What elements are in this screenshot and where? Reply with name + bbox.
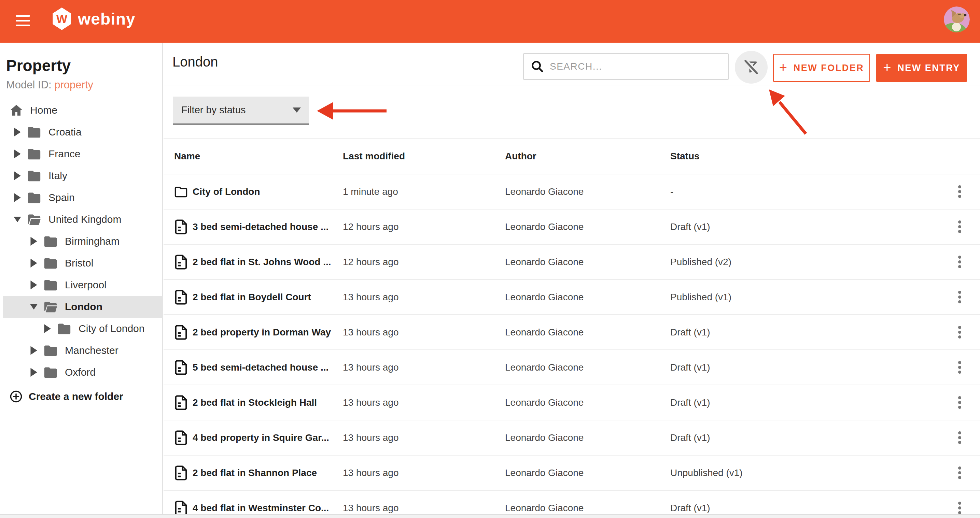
dropdown-caret-icon [293, 108, 301, 113]
content-header: London + NEW FOLDER + NEW ENTRY [164, 43, 980, 86]
sidebar-item-france[interactable]: France [0, 143, 163, 165]
sidebar-item-oxford[interactable]: Oxford [0, 361, 163, 383]
document-icon [174, 219, 188, 234]
sidebar-item-united-kingdom[interactable]: United Kingdom [0, 208, 163, 230]
cell-name: 2 bed flat in Stockleigh Hall [192, 397, 343, 408]
cell-modified: 13 hours ago [343, 397, 505, 408]
document-icon [174, 254, 188, 270]
horizontal-scrollbar-track[interactable] [0, 514, 980, 518]
folder-open-icon [27, 213, 42, 226]
create-folder-button[interactable]: Create a new folder [0, 386, 163, 407]
chevron-right-icon[interactable] [30, 237, 38, 246]
sidebar-item-spain[interactable]: Spain [0, 187, 163, 208]
table-row[interactable]: 2 bed flat in Stockleigh Hall 13 hours a… [164, 385, 980, 420]
cell-status: Draft (v1) [670, 327, 939, 338]
table-row[interactable]: 2 bed flat in Boydell Court 13 hours ago… [164, 280, 980, 315]
sidebar-item-manchester[interactable]: Manchester [0, 340, 163, 361]
new-entry-button[interactable]: + NEW ENTRY [876, 54, 967, 82]
cell-modified: 12 hours ago [343, 257, 505, 267]
row-menu-button[interactable] [955, 321, 965, 344]
sidebar-item-london[interactable]: London [3, 296, 163, 318]
model-title: Property [6, 56, 71, 75]
table-row[interactable]: 5 bed semi-detached house ... 13 hours a… [164, 350, 980, 385]
search-input[interactable] [550, 61, 721, 72]
folder-icon [43, 344, 58, 357]
chevron-down-icon[interactable] [14, 215, 21, 224]
chevron-right-icon[interactable] [14, 149, 21, 158]
menu-icon[interactable] [16, 15, 31, 28]
chevron-right-icon[interactable] [30, 346, 38, 355]
user-avatar[interactable] [944, 6, 970, 32]
cell-status: Draft (v1) [670, 432, 939, 443]
chevron-right-icon[interactable] [44, 324, 51, 333]
chevron-right-icon[interactable] [30, 368, 38, 377]
cell-modified: 1 minute ago [343, 186, 505, 197]
cell-name: 3 bed semi-detached house ... [192, 221, 343, 232]
folder-icon [43, 234, 58, 248]
chevron-down-icon[interactable] [30, 302, 38, 311]
cell-author: Leonardo Giacone [505, 292, 670, 303]
cell-modified: 13 hours ago [343, 467, 505, 478]
sidebar-item-home[interactable]: Home [0, 99, 163, 121]
chevron-right-icon[interactable] [30, 281, 38, 289]
cell-name: 4 bed property in Squire Gar... [192, 432, 343, 443]
row-menu-button[interactable] [955, 426, 965, 449]
column-header-modified: Last modified [343, 151, 505, 162]
sidebar-item-birmingham[interactable]: Birmingham [0, 230, 163, 252]
row-menu-button[interactable] [955, 180, 965, 203]
row-menu-button[interactable] [955, 461, 965, 484]
filter-off-icon [742, 58, 760, 76]
row-menu-button[interactable] [955, 286, 965, 308]
cell-status: Unpublished (v1) [670, 467, 939, 478]
plus-icon: + [883, 60, 892, 75]
sidebar-item-bristol[interactable]: Bristol [0, 252, 163, 274]
cell-name: 2 bed flat in St. Johns Wood ... [192, 257, 343, 267]
table-row[interactable]: City of London 1 minute ago Leonardo Gia… [164, 174, 980, 210]
cell-author: Leonardo Giacone [505, 257, 670, 267]
row-menu-button[interactable] [955, 391, 965, 414]
chevron-right-icon[interactable] [14, 171, 21, 180]
plus-circle-icon [10, 390, 22, 403]
sidebar-item-italy[interactable]: Italy [0, 165, 163, 187]
folder-icon [57, 322, 72, 335]
sidebar-item-city-of-london[interactable]: City of London [0, 318, 163, 340]
sidebar: Property Model ID: property Home Croatia… [0, 43, 163, 514]
filter-toggle-button[interactable] [735, 51, 768, 84]
chevron-right-icon[interactable] [14, 193, 21, 202]
sidebar-item-label: Manchester [65, 345, 118, 356]
folder-icon [27, 147, 42, 161]
cell-author: Leonardo Giacone [505, 186, 670, 197]
sidebar-item-label: Spain [48, 192, 75, 203]
sidebar-item-liverpool[interactable]: Liverpool [0, 274, 163, 296]
table-row[interactable]: 2 bed flat in St. Johns Wood ... 12 hour… [164, 245, 980, 280]
cell-name: 2 bed property in Dorman Way [192, 327, 343, 338]
cell-author: Leonardo Giacone [505, 397, 670, 408]
document-icon [174, 290, 188, 305]
cell-status: Published (v1) [670, 292, 939, 303]
sidebar-item-label: Italy [48, 170, 67, 181]
chevron-right-icon[interactable] [14, 128, 21, 137]
cell-name: 2 bed flat in Boydell Court [192, 292, 343, 303]
model-id-label: Model ID: [6, 79, 52, 91]
cell-status: - [670, 186, 939, 197]
model-id-link[interactable]: property [54, 79, 93, 91]
document-icon [174, 360, 188, 375]
row-menu-button[interactable] [955, 251, 965, 273]
cell-name: 5 bed semi-detached house ... [192, 362, 343, 373]
table-row[interactable]: 4 bed property in Squire Gar... 13 hours… [164, 420, 980, 456]
table-row[interactable]: 3 bed semi-detached house ... 12 hours a… [164, 210, 980, 245]
cell-name: City of London [192, 186, 343, 197]
model-id: Model ID: property [6, 79, 93, 91]
cell-modified: 13 hours ago [343, 327, 505, 338]
filter-by-status-dropdown[interactable]: Filter by status [173, 97, 309, 124]
row-menu-button[interactable] [955, 215, 965, 238]
cell-modified: 13 hours ago [343, 292, 505, 303]
chevron-right-icon[interactable] [30, 259, 38, 267]
cell-author: Leonardo Giacone [505, 503, 670, 513]
sidebar-item-croatia[interactable]: Croatia [0, 121, 163, 143]
table-row[interactable]: 2 bed property in Dorman Way 13 hours ag… [164, 315, 980, 350]
row-menu-button[interactable] [955, 356, 965, 379]
table-row[interactable]: 2 bed flat in Shannon Place 13 hours ago… [164, 456, 980, 491]
new-folder-button[interactable]: + NEW FOLDER [773, 54, 870, 82]
cell-status: Draft (v1) [670, 503, 939, 513]
